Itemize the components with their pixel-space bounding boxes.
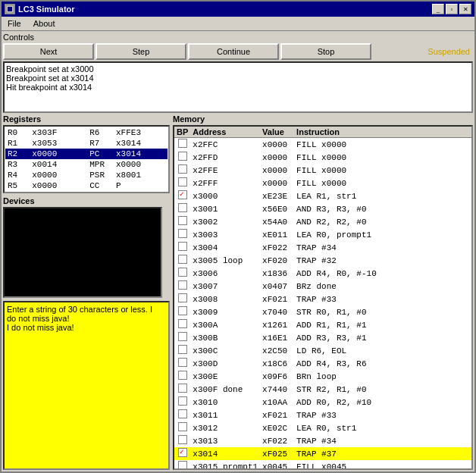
minimize-button[interactable]: _ — [432, 4, 444, 14]
step-button[interactable]: Step — [96, 43, 186, 60]
bp-checkbox-1[interactable] — [178, 152, 187, 161]
bp-checkbox-2[interactable] — [178, 164, 187, 174]
bp-cell-0[interactable] — [174, 138, 190, 152]
bp-cell-15[interactable] — [174, 331, 190, 344]
bp-cell-9[interactable] — [174, 254, 190, 267]
menu-about[interactable]: About — [30, 18, 58, 29]
memory-row-21[interactable]: x3011 xF021 TRAP #33 — [174, 409, 471, 421]
memory-row-22[interactable]: x3012 xE02C LEA R0, str1 — [174, 421, 471, 434]
memory-row-0[interactable]: x2FFC x0000 FILL x0000 — [174, 138, 471, 152]
bp-checkbox-8[interactable] — [178, 242, 187, 251]
bp-cell-25[interactable] — [174, 460, 190, 470]
memory-row-9[interactable]: x3005 loop xF020 TRAP #32 — [174, 254, 471, 267]
memory-row-12[interactable]: x3008 xF021 TRAP #33 — [174, 293, 471, 305]
registers-table: R0 x303F R6 xFFE3 R1 x3053 R7 x3014 R2 x… — [5, 127, 168, 191]
close-button[interactable]: ✕ — [459, 4, 471, 14]
memory-row-13[interactable]: x3009 x7040 STR R0, R1, #0 — [174, 305, 471, 318]
memory-row-3[interactable]: x2FFF x0000 FILL x0000 — [174, 177, 471, 190]
bp-cell-20[interactable] — [174, 396, 190, 409]
bp-checkbox-22[interactable] — [178, 422, 187, 431]
inst-cell-24: TRAP #37 — [294, 447, 471, 460]
bp-cell-17[interactable] — [174, 357, 190, 370]
addr-cell-8: x3004 — [190, 241, 260, 254]
terminal-area[interactable]: Enter a string of 30 characters or less.… — [3, 301, 170, 470]
bp-cell-24[interactable] — [174, 447, 190, 460]
bp-cell-13[interactable] — [174, 305, 190, 318]
memory-row-5[interactable]: x3001 x56E0 AND R3, R3, #0 — [174, 202, 471, 215]
memory-row-18[interactable]: x300E x09F6 BRn loop — [174, 370, 471, 383]
memory-row-4[interactable]: x3000 xE23E LEA R1, str1 — [174, 190, 471, 202]
continue-button[interactable]: Continue — [188, 43, 279, 60]
content-area: Controls Next Step Continue Stop Suspend… — [2, 31, 474, 471]
addr-cell-4: x3000 — [190, 190, 260, 202]
memory-row-23[interactable]: x3013 xF022 TRAP #34 — [174, 434, 471, 447]
bp-cell-6[interactable] — [174, 215, 190, 228]
bp-cell-12[interactable] — [174, 293, 190, 305]
terminal-line-2: I do not miss java! — [7, 323, 166, 332]
bp-cell-22[interactable] — [174, 421, 190, 434]
memory-row-2[interactable]: x2FFE x0000 FILL x0000 — [174, 164, 471, 177]
bp-cell-10[interactable] — [174, 267, 190, 280]
bp-cell-23[interactable] — [174, 434, 190, 447]
memory-row-24[interactable]: x3014 xF025 TRAP #37 — [174, 447, 471, 460]
bp-checkbox-13[interactable] — [178, 306, 187, 315]
memory-row-14[interactable]: x300A x1261 ADD R1, R1, #1 — [174, 318, 471, 331]
bp-checkbox-10[interactable] — [178, 268, 187, 277]
bp-checkbox-3[interactable] — [178, 177, 187, 186]
bp-cell-21[interactable] — [174, 409, 190, 421]
bp-cell-7[interactable] — [174, 228, 190, 241]
bp-cell-14[interactable] — [174, 318, 190, 331]
log-area[interactable]: Breakpoint set at x3000 Breakpoint set a… — [3, 61, 473, 113]
bp-checkbox-20[interactable] — [178, 396, 187, 406]
val-cell-7: xE011 — [260, 228, 294, 241]
memory-section: Memory BP Address Value Instruction — [173, 114, 473, 470]
bp-checkbox-9[interactable] — [178, 255, 187, 264]
bp-cell-18[interactable] — [174, 370, 190, 383]
restore-button[interactable]: ▫ — [446, 4, 458, 14]
bp-cell-2[interactable] — [174, 164, 190, 177]
terminal-line-1: do not miss java! — [7, 314, 166, 323]
bp-cell-1[interactable] — [174, 151, 190, 164]
bp-cell-5[interactable] — [174, 202, 190, 215]
bp-checkbox-25[interactable] — [178, 461, 187, 470]
bp-cell-16[interactable] — [174, 344, 190, 357]
bp-cell-4[interactable] — [174, 190, 190, 202]
bp-checkbox-6[interactable] — [178, 216, 187, 225]
menu-file[interactable]: File — [5, 18, 24, 29]
bp-cell-19[interactable] — [174, 383, 190, 396]
bp-checkbox-checked-4[interactable] — [178, 190, 187, 199]
memory-row-15[interactable]: x300B x16E1 ADD R3, R3, #1 — [174, 331, 471, 344]
next-button[interactable]: Next — [3, 43, 94, 60]
devices-section: Devices — [3, 196, 170, 298]
memory-row-11[interactable]: x3007 x0407 BRz done — [174, 280, 471, 293]
bp-checkbox-16[interactable] — [178, 345, 187, 354]
bp-cell-3[interactable] — [174, 177, 190, 190]
bp-checkbox-checked-24[interactable] — [178, 448, 187, 457]
memory-row-19[interactable]: x300F done x7440 STR R2, R1, #0 — [174, 383, 471, 396]
stop-button[interactable]: Stop — [280, 43, 371, 60]
bp-checkbox-14[interactable] — [178, 319, 187, 328]
bp-checkbox-7[interactable] — [178, 229, 187, 238]
memory-row-16[interactable]: x300C x2C50 LD R6, EOL — [174, 344, 471, 357]
bp-checkbox-12[interactable] — [178, 293, 187, 302]
bp-checkbox-0[interactable] — [178, 139, 187, 148]
memory-row-20[interactable]: x3010 x10AA ADD R0, R2, #10 — [174, 396, 471, 409]
memory-row-17[interactable]: x300D x18C6 ADD R4, R3, R6 — [174, 357, 471, 370]
memory-row-25[interactable]: x3015 prompt1 x0045 FILL x0045 — [174, 460, 471, 470]
memory-table-wrapper[interactable]: BP Address Value Instruction x2FFC x0000… — [173, 125, 473, 470]
bp-checkbox-23[interactable] — [178, 435, 187, 444]
bp-checkbox-17[interactable] — [178, 358, 187, 367]
memory-row-8[interactable]: x3004 xF022 TRAP #34 — [174, 241, 471, 254]
bp-cell-11[interactable] — [174, 280, 190, 293]
bp-checkbox-15[interactable] — [178, 332, 187, 341]
bp-cell-8[interactable] — [174, 241, 190, 254]
bp-checkbox-21[interactable] — [178, 409, 187, 418]
bp-checkbox-18[interactable] — [178, 371, 187, 380]
bp-checkbox-19[interactable] — [178, 384, 187, 393]
bp-checkbox-5[interactable] — [178, 203, 187, 212]
memory-row-1[interactable]: x2FFD x0000 FILL x0000 — [174, 151, 471, 164]
memory-row-10[interactable]: x3006 x1836 ADD R4, R0, #-10 — [174, 267, 471, 280]
bp-checkbox-11[interactable] — [178, 280, 187, 290]
memory-row-6[interactable]: x3002 x54A0 AND R2, R2, #0 — [174, 215, 471, 228]
memory-row-7[interactable]: x3003 xE011 LEA R0, prompt1 — [174, 228, 471, 241]
